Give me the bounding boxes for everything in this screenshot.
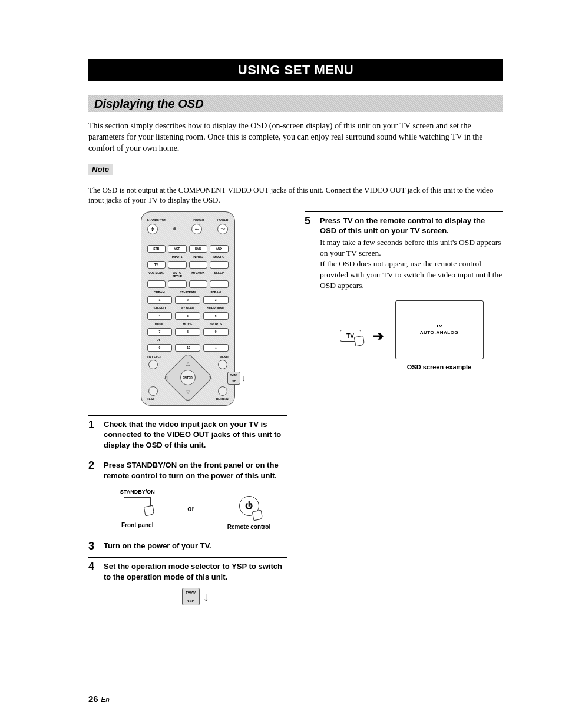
mode-switch-icon: TV/AV YSP [182,588,200,605]
remote-label-movie: MOVIE [175,322,200,326]
osd-line2: AUTO:ANALOG [420,330,458,336]
remote-num-6: 6 [203,312,229,320]
step-bold-text: Press STANDBY/ON on the front panel or o… [104,461,279,480]
osd-screen-illustration: TV AUTO:ANALOG [395,300,484,359]
step-5: 5 Press TV on the remote control to disp… [305,211,503,372]
two-column-layout: STANDBY/ON POWER POWER ⏻ AV TV STB VCR D… [88,211,503,605]
remote-num-2: 2 [175,296,200,304]
remote-autosetup-button [168,280,187,288]
page-lang: En [101,696,110,704]
remote-num-9: 9 [203,328,229,336]
step-text: Turn on the power of your TV. [104,541,287,551]
remote-label-test: TEST [147,397,155,401]
remote-tv-input-button: TV [147,261,166,269]
arrow-down-icon: ↓ [242,374,246,382]
remote-power-icon: ⏻ [239,496,259,516]
remote-stb-button: STB [147,245,166,253]
osd-line1: TV [436,323,442,330]
remote-control-caption: Remote control [227,523,270,531]
note-label: Note [88,164,113,175]
remote-standby-button: ⏻ [147,224,158,234]
remote-sleep-button [210,280,229,288]
remote-label-5beam: 5BEAM [147,290,173,294]
remote-label-volmode: VOL MODE [147,271,166,278]
arrow-down-icon: ↓ [203,591,209,603]
step-sub-text: It may take a few seconds before this un… [320,237,503,291]
remote-volmode-button [147,280,166,288]
step-number: 1 [88,419,97,451]
remote-control-illustration: STANDBY/ON POWER POWER ⏻ AV TV STB VCR D… [141,211,235,406]
nav-left-icon: ◁ [164,375,167,380]
remote-label-surround: SURROUND [203,306,229,310]
remote-nav-cluster: CH LEVEL MENU TEST RETURN △ ▽ ◁ ▷ ENTER [147,355,229,401]
remote-test-button [148,386,158,396]
switch-tvav: TV/AV [228,372,240,379]
osd-caption: OSD screen example [395,363,484,372]
remote-input1-button [168,261,187,269]
remote-input2-button [189,261,208,269]
section-heading: Displaying the OSD [88,95,503,112]
remote-label-mp3: MP3/M2X [189,271,208,278]
switch-tvav-label: TV/AV [183,588,199,597]
remote-label-return: RETURN [216,397,229,401]
remote-dvd-button: DVD [189,245,208,253]
step-text: Press TV on the remote control to displa… [320,216,503,372]
remote-label-macro: MACRO [210,255,229,259]
remote-ir-led [173,227,176,230]
step4-diagram: TV/AV YSP ↓ [104,588,287,605]
tv-button-icon: TV [340,330,361,342]
remote-label-music: MUSIC [147,322,173,326]
arrow-right-icon: ➔ [373,327,384,345]
remote-return-button [218,386,227,396]
note-text: The OSD is not output at the COMPONENT V… [88,185,503,206]
remote-label-off: OFF [147,338,173,342]
remote-tv-power-button: TV [217,224,228,234]
remote-mp3-button [189,280,208,288]
remote-rec-button: ● [203,344,229,352]
remote-num-1: 1 [147,296,173,304]
nav-down-icon: ▽ [186,389,190,395]
left-column: STANDBY/ON POWER POWER ⏻ AV TV STB VCR D… [88,211,287,605]
remote-label-mybeam: MY BEAM [175,306,200,310]
remote-enter-button: ENTER [180,370,196,385]
right-column: 5 Press TV on the remote control to disp… [305,211,503,605]
remote-aux-button: AUX [210,245,229,253]
step-bold-text: Press TV on the remote control to displa… [320,216,485,236]
remote-num-0: 0 [147,344,173,352]
step-number: 2 [88,460,97,531]
nav-up-icon: △ [186,361,190,366]
remote-label-power: POWER [193,218,204,221]
remote-label-input1: INPUT1 [168,255,187,259]
remote-num-8: 8 [175,328,200,336]
title-bar: USING SET MENU [88,59,503,81]
step-4: 4 Set the operation mode selector to YSP… [88,557,287,605]
remote-mode-switch: TV/AV YSP ↓ [227,372,246,385]
front-panel-caption: Front panel [120,521,155,530]
remote-num-3: 3 [203,296,229,304]
step-2: 2 Press STANDBY/ON on the front panel or… [88,456,287,531]
remote-av-power-button: AV [191,224,202,234]
step-number: 3 [88,541,97,551]
remote-label-sleep: SLEEP [210,271,229,278]
remote-label-3beam: 3BEAM [203,290,229,294]
switch-ysp: YSP [228,378,240,384]
front-panel-label: STANDBY/ON [120,488,155,495]
remote-num-4: 4 [147,312,173,320]
remote-menu-button [218,360,227,369]
remote-label-stereo: STEREO [147,306,173,310]
remote-num-5: 5 [175,312,200,320]
remote-label-sports: SPORTS [203,322,229,326]
step-number: 4 [88,561,97,605]
manual-page: USING SET MENU Displaying the OSD This s… [0,0,562,728]
remote-vcr-button: VCR [168,245,187,253]
switch-ysp-label: YSP [183,597,199,605]
step-3: 3 Turn on the power of your TV. [88,537,287,551]
page-num-value: 26 [88,694,98,704]
or-label: or [187,504,194,514]
step-bold-text: Set the operation mode selector to YSP t… [104,562,282,581]
nav-right-icon: ▷ [209,375,212,380]
remote-label-input2: INPUT2 [189,255,208,259]
remote-label-standby: STANDBY/ON [147,218,167,221]
remote-label-autosetup: AUTO SETUP [168,271,187,278]
step-text: Set the operation mode selector to YSP t… [104,561,287,605]
